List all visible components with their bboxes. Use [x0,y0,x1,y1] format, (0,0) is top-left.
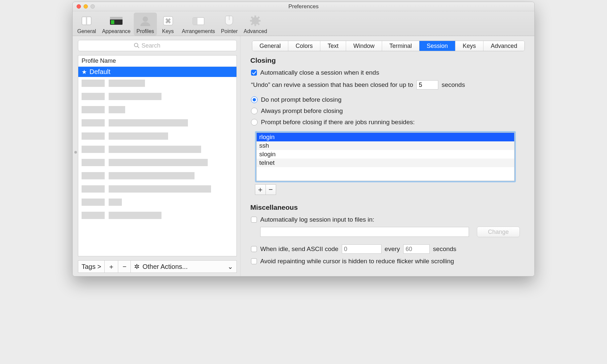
tab-advanced[interactable]: Advanced [483,41,524,51]
jobs-add-remove: ＋ − [255,184,276,195]
profile-list[interactable]: Profile Name ★ Default [78,55,237,256]
svg-rect-3 [110,17,123,19]
idle-suffix: seconds [433,245,456,253]
idle-interval-input[interactable] [403,244,430,254]
idle-prefix: When idle, send ASCII code [260,245,339,253]
tab-session[interactable]: Session [419,41,455,51]
svg-rect-4 [111,20,114,24]
prompt-always-radio[interactable] [251,108,258,114]
prompt-always-label: Always prompt before closing [261,107,343,115]
profile-search-input[interactable] [142,42,181,49]
window-title: Preferences [73,3,534,10]
profile-search[interactable] [78,40,237,51]
prompt-jobs-label: Prompt before closing if there are jobs … [261,119,415,126]
job-row-ssh[interactable]: ssh [257,141,514,150]
job-row-empty[interactable] [257,167,514,168]
tab-terminal[interactable]: Terminal [382,41,419,51]
search-icon [134,43,140,49]
tab-general[interactable]: General [252,41,288,51]
svg-text:⌘: ⌘ [165,18,171,24]
idle-code-input[interactable] [342,244,381,254]
auto-close-checkbox[interactable] [251,70,257,76]
toolbar-appearance-label: Appearance [102,28,130,34]
idle-ascii-checkbox[interactable] [251,246,257,252]
pointer-icon [221,15,237,27]
profile-row-label: Default [89,68,110,76]
svg-point-17 [134,43,138,47]
svg-rect-1 [86,17,87,25]
minus-icon: − [123,263,126,271]
profile-list-header: Profile Name [78,55,236,67]
tab-text[interactable]: Text [320,41,346,51]
tags-button[interactable]: Tags > [78,261,105,273]
undo-suffix: seconds [442,81,465,89]
other-actions-label: Other Actions... [142,263,188,271]
arrangements-icon [191,15,206,27]
add-job-button[interactable]: ＋ [255,185,266,195]
svg-rect-9 [193,18,197,25]
job-row-slogin[interactable]: slogin [257,150,514,159]
svg-line-18 [137,47,139,48]
auto-close-label: Automatically close a session when it en… [260,69,379,76]
toolbar-advanced-label: Advanced [244,28,267,34]
prompt-jobs-radio[interactable] [251,119,258,126]
change-path-button[interactable]: Change [477,227,520,237]
gear-icon: ✲ [134,263,140,271]
tab-window[interactable]: Window [346,41,382,51]
toolbar-profiles-label: Profiles [136,28,154,34]
toolbar-pointer[interactable]: Pointer [218,13,240,36]
tab-colors[interactable]: Colors [288,41,320,51]
preferences-window: Preferences General Appearance Profiles … [72,2,535,276]
job-row-rlogin[interactable]: rlogin [257,133,514,141]
undo-prefix: “Undo” can revive a session that has bee… [251,81,413,89]
prompt-none-label: Do not prompt before closing [261,96,341,103]
jobs-list[interactable]: rlogin ssh slogin telnet [255,131,516,182]
profiles-sidebar: Profile Name ★ Default [73,36,240,276]
log-session-checkbox[interactable] [251,217,257,223]
profiles-icon [137,15,153,27]
avoid-repaint-checkbox[interactable] [251,258,257,264]
avoid-repaint-label: Avoid repainting while cursor is hidden … [260,258,454,265]
remove-profile-button[interactable]: − [118,261,131,273]
profile-tabs: General Colors Text Window Terminal Sess… [252,41,525,51]
plus-icon: ＋ [108,262,115,271]
general-icon [79,15,94,27]
star-icon: ★ [82,68,87,76]
toolbar-arrangements-label: Arrangements [182,28,215,34]
toolbar-general[interactable]: General [75,13,99,36]
gear-icon [247,15,263,27]
profile-rows-redacted [78,77,236,256]
toolbar-keys[interactable]: ⌘ Keys [158,13,179,36]
tab-keys[interactable]: Keys [455,41,483,51]
idle-every: every [385,245,400,253]
profile-settings-panel: General Colors Text Window Terminal Sess… [240,36,534,276]
toolbar-arrangements[interactable]: Arrangements [179,13,218,36]
split-handle[interactable] [74,151,77,154]
misc-section-title: Miscellaneous [250,203,526,211]
minus-icon: − [268,185,273,194]
remove-job-button[interactable]: − [266,185,276,195]
titlebar: Preferences [73,2,534,11]
plus-icon: ＋ [257,185,264,195]
toolbar-general-label: General [77,28,96,34]
toolbar-appearance[interactable]: Appearance [99,13,133,36]
toolbar-pointer-label: Pointer [221,28,238,34]
add-profile-button[interactable]: ＋ [105,261,118,273]
toolbar: General Appearance Profiles ⌘ Keys Arran… [73,11,534,36]
profile-row-default[interactable]: ★ Default [78,67,236,77]
log-session-label: Automatically log session input to files… [260,216,374,223]
closing-section-title: Closing [250,56,526,64]
other-actions-menu[interactable]: ✲ Other Actions... ⌄ [131,261,236,273]
appearance-icon [108,15,124,27]
profile-list-controls: Tags > ＋ − ✲ Other Actions... ⌄ [78,260,237,273]
prompt-none-radio[interactable] [251,96,258,103]
undo-seconds-input[interactable] [416,80,438,90]
toolbar-keys-label: Keys [162,28,174,34]
log-path-input[interactable] [260,227,469,237]
toolbar-advanced[interactable]: Advanced [241,13,270,36]
toolbar-profiles[interactable]: Profiles [134,13,157,36]
keys-icon: ⌘ [160,15,176,27]
job-row-telnet[interactable]: telnet [257,159,514,167]
chevron-down-icon: ⌄ [228,263,233,271]
svg-point-5 [143,17,148,22]
